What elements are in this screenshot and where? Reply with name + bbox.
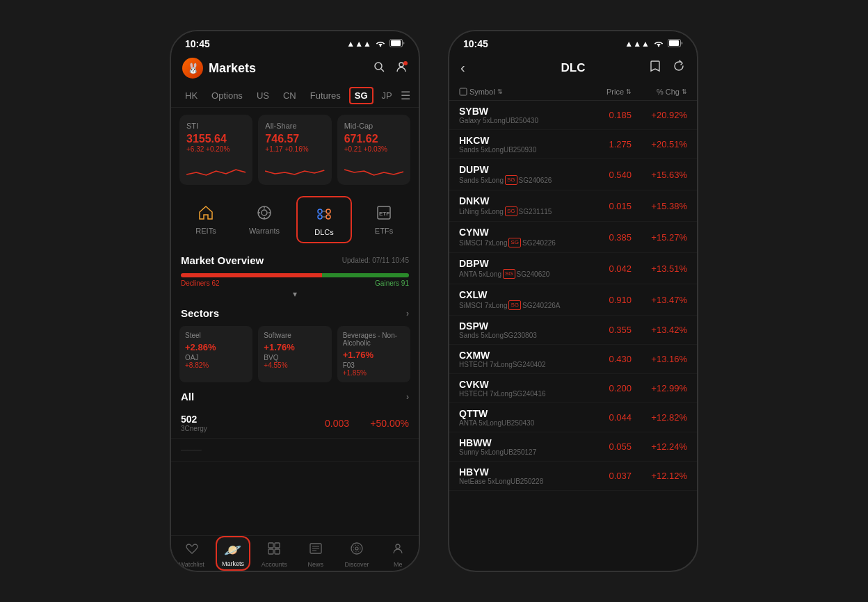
svg-point-14 [318, 215, 322, 219]
sector-sub-steel: +8.82% [185, 361, 247, 369]
dlc-row[interactable]: HBWW Sunny 5xLongUB250127 0.055 +12.24% [449, 432, 697, 462]
warrants-label: Warrants [249, 227, 280, 235]
dlc-row[interactable]: QTTW ANTA 5xLongUB250430 0.044 +12.82% [449, 403, 697, 432]
dlc-row[interactable]: CXLW SiMSCI 7xLongSGSG240226A 0.910 +13.… [449, 284, 697, 316]
right-phone-content: ‹ DLC [449, 52, 697, 571]
th-symbol[interactable]: Symbol ⇅ [459, 88, 583, 96]
profile-icon[interactable] [395, 60, 408, 76]
dlc-symbol: SYBW [459, 106, 583, 117]
me-label: Me [394, 561, 403, 568]
th-pct-chg[interactable]: % Chg ⇅ [632, 88, 687, 96]
tab-options[interactable]: Options [206, 87, 248, 104]
dlc-price: 0.430 [583, 354, 632, 364]
dlc-name: HSTECH 7xLongSG240416 [459, 390, 583, 398]
sector-name-steel: Steel [185, 332, 247, 339]
dlc-left: HKCW Sands 5xLongUB250930 [459, 135, 583, 154]
news-label: News [307, 561, 323, 568]
nav-accounts[interactable]: Accounts [254, 542, 295, 568]
category-reits[interactable]: REITs [179, 196, 232, 243]
refresh-icon[interactable] [672, 59, 686, 76]
sector-pct-beverages: +1.76% [343, 350, 405, 360]
sector-card-software[interactable]: Software +1.76% BVQ +4.55% [258, 326, 331, 382]
status-time-right: 10:45 [463, 38, 488, 49]
dlc-row[interactable]: DSPW Sands 5xLongSG230803 0.355 +13.42% [449, 316, 697, 345]
search-icon[interactable] [373, 60, 385, 76]
market-card-sti[interactable]: STI 3155.64 +6.32 +0.20% [179, 115, 252, 185]
nav-tabs: HK Options US CN Futures SG JP ☰ [171, 84, 419, 108]
nav-discover[interactable]: Discover [336, 542, 377, 568]
back-button[interactable]: ‹ [460, 60, 465, 76]
dlc-row[interactable]: CYNW SiMSCI 7xLongSGSG240226 0.385 +15.2… [449, 222, 697, 253]
svg-point-15 [326, 215, 330, 219]
market-bar-labels: Decliners 62 Gainers 91 [181, 277, 409, 289]
market-card-allshare[interactable]: All-Share 746.57 +1.17 +0.16% [258, 115, 331, 185]
dlc-row[interactable]: HKCW Sands 5xLongUB250930 1.275 +20.51% [449, 130, 697, 159]
stock-row-502[interactable]: 502 3Cnergy 0.003 +50.00% [171, 408, 419, 439]
tab-cn[interactable]: CN [278, 87, 302, 104]
sectors-more-icon[interactable]: › [406, 309, 409, 318]
sectors-title: Sectors [181, 307, 219, 319]
dlc-symbol: DUPW [459, 164, 583, 175]
nav-watchlist[interactable]: Watchlist [171, 542, 212, 568]
category-dlcs[interactable]: DLCs [296, 196, 352, 243]
all-more-icon[interactable]: › [406, 392, 409, 402]
dlc-left: HBYW NetEase 5xLongUB250228 [459, 466, 583, 485]
svg-text:ETF: ETF [379, 211, 389, 217]
svg-point-0 [380, 44, 381, 46]
dlc-price: 0.037 [583, 471, 632, 481]
category-etfs[interactable]: ETF ETFs [357, 196, 410, 243]
stock-row-placeholder: ─── [171, 439, 419, 462]
category-warrants[interactable]: Warrants [238, 196, 291, 243]
card-value-sti: 3155.64 [186, 133, 246, 145]
dlc-row[interactable]: DUPW Sands 5xLongSGSG240626 0.540 +15.63… [449, 159, 697, 190]
dlc-symbol: HKCW [459, 135, 583, 146]
nav-markets[interactable]: 🪐 Markets [212, 542, 253, 568]
dlc-left: CXLW SiMSCI 7xLongSGSG240226A [459, 289, 583, 310]
stock-price-502: 0.003 [325, 418, 349, 429]
sector-card-beverages[interactable]: Beverages - Non-Alcoholic +1.76% F03 +1.… [337, 326, 410, 382]
dlc-left: SYBW Galaxy 5xLongUB250430 [459, 106, 583, 124]
dlcs-label: DLCs [314, 228, 334, 236]
dlc-row[interactable]: HBYW NetEase 5xLongUB250228 0.037 +12.12… [449, 462, 697, 491]
nav-me[interactable]: Me [378, 542, 419, 568]
dlc-left: CVKW HSTECH 7xLongSG240416 [459, 379, 583, 398]
right-phone: 10:45 ▲▲▲ ‹ DL [448, 30, 698, 572]
tab-hk[interactable]: HK [179, 87, 203, 104]
dlc-name: ANTA 5xLongUB250430 [459, 419, 583, 427]
nav-more-icon[interactable]: ☰ [401, 89, 410, 102]
tab-jp[interactable]: JP [376, 87, 398, 104]
dlc-pct-change: +15.27% [632, 232, 687, 243]
nav-news[interactable]: News [295, 542, 336, 568]
dlc-row[interactable]: CXMW HSTECH 7xLongSG240402 0.430 +13.16% [449, 345, 697, 374]
dlc-left: DNKW LiNing 5xLongSGSG231115 [459, 195, 583, 216]
dlc-row[interactable]: SYBW Galaxy 5xLongUB250430 0.185 +20.92% [449, 101, 697, 130]
dlc-row[interactable]: DBPW ANTA 5xLongSGSG240620 0.042 +13.51% [449, 253, 697, 284]
dlc-row[interactable]: DNKW LiNing 5xLongSGSG231115 0.015 +15.3… [449, 190, 697, 222]
tab-us[interactable]: US [251, 87, 275, 104]
market-card-midcap[interactable]: Mid-Cap 671.62 +0.21 +0.03% [337, 115, 410, 185]
tab-sg[interactable]: SG [349, 87, 373, 104]
dlc-price: 0.200 [583, 383, 632, 393]
accounts-label: Accounts [262, 561, 287, 568]
th-price[interactable]: Price ⇅ [583, 88, 632, 96]
bookmark-icon[interactable] [648, 59, 662, 76]
stock-number-ph: ─── [181, 444, 409, 455]
markets-label: Markets [222, 560, 244, 567]
dlc-header: ‹ DLC [449, 52, 697, 83]
stock-number-502: 502 [181, 414, 325, 425]
mini-chart-midcap [344, 157, 403, 178]
dlc-symbol: CYNW [459, 227, 583, 238]
dlc-row[interactable]: CVKW HSTECH 7xLongSG240416 0.200 +12.99% [449, 374, 697, 403]
sector-pct-software: +1.76% [264, 342, 326, 352]
accounts-icon [267, 542, 281, 559]
tab-futures[interactable]: Futures [305, 87, 346, 104]
sectors-header: Sectors › [171, 303, 419, 323]
status-bar-left: 10:45 ▲▲▲ [171, 31, 419, 52]
card-change-midcap: +0.21 +0.03% [344, 145, 403, 153]
sector-sub-beverages: +1.85% [343, 369, 405, 377]
sector-card-steel[interactable]: Steel +2.86% OAJ +8.82% [179, 326, 252, 382]
svg-point-4 [399, 63, 403, 67]
dlc-symbol: CXLW [459, 289, 583, 300]
sector-ticker-beverages: F03 [343, 361, 405, 369]
svg-point-29 [355, 547, 358, 550]
